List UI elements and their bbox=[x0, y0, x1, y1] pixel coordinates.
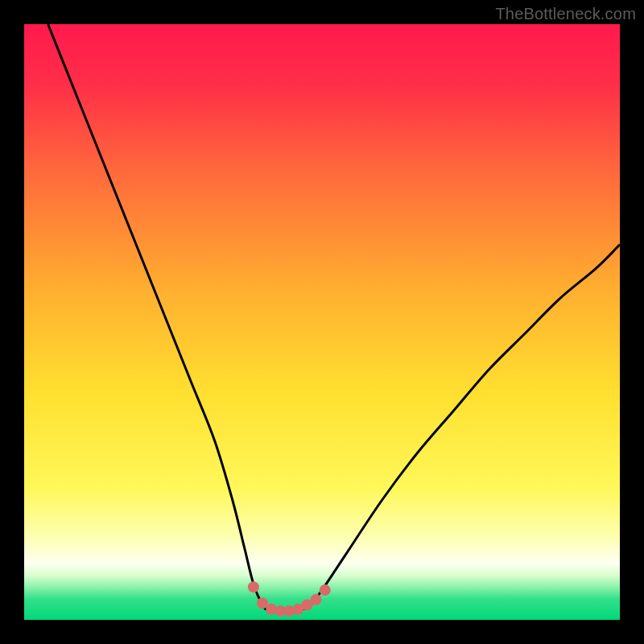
marker-point bbox=[311, 594, 322, 605]
chart-frame: TheBottleneck.com bbox=[0, 0, 644, 644]
plot-area bbox=[24, 24, 620, 620]
marker-point bbox=[248, 581, 259, 592]
curve-path bbox=[48, 24, 620, 613]
bottom-markers-group bbox=[248, 581, 331, 617]
bottleneck-curve bbox=[24, 24, 620, 620]
watermark-text: TheBottleneck.com bbox=[495, 5, 636, 23]
marker-point bbox=[320, 584, 331, 596]
